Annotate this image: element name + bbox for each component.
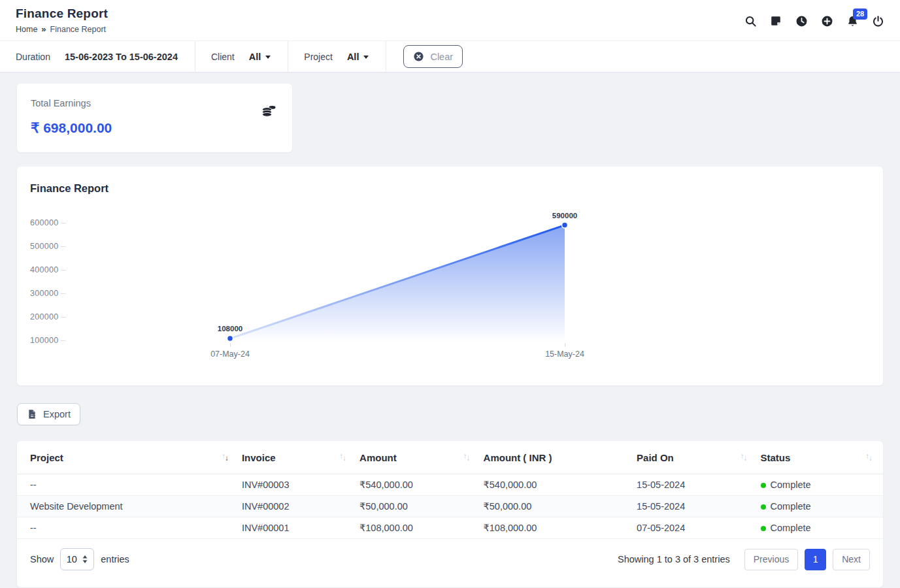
clear-filters-button[interactable]: Clear <box>403 45 463 68</box>
status-dot <box>761 504 766 510</box>
status-dot <box>761 526 766 531</box>
sort-icon[interactable]: ↑↓ <box>222 453 229 463</box>
finance-chart: 100000200000300000400000500000600000 108… <box>30 217 867 367</box>
total-earnings-label: Total Earnings <box>31 98 112 108</box>
notifications-bell-icon[interactable]: 28 <box>846 14 859 27</box>
client-filter: Client All <box>195 41 288 72</box>
cell-amount_inr: ₹50,000.00 <box>477 496 631 517</box>
point-value-label: 108000 <box>218 325 242 333</box>
cell-status: Complete <box>754 496 883 517</box>
select-arrows-icon <box>82 555 88 563</box>
entries-label: entries <box>101 554 129 564</box>
page-size-select[interactable]: 10 <box>60 548 94 570</box>
column-label: Amount ( INR ) <box>484 452 552 463</box>
cell-project: Website Development <box>17 496 235 517</box>
table-row: Website DevelopmentINV#00002₹50,000.00₹5… <box>17 496 883 517</box>
column-label: Project <box>30 452 63 463</box>
column-label: Invoice <box>242 452 276 463</box>
page-title: Finance Report <box>16 7 108 21</box>
status-dot <box>761 483 766 488</box>
client-dropdown[interactable]: All <box>249 52 271 62</box>
file-export-icon <box>27 409 37 419</box>
export-button-label: Export <box>43 409 71 419</box>
sort-icon[interactable]: ↑↓ <box>741 453 748 463</box>
y-axis-label: 300000 <box>30 289 58 298</box>
project-label: Project <box>304 52 333 62</box>
column-label: Amount <box>359 452 397 463</box>
table-footer: Show 10 entries Showing 1 to 3 of 3 entr… <box>17 539 883 581</box>
breadcrumb-separator-icon: » <box>41 24 46 34</box>
sort-icon[interactable]: ↑↓ <box>866 453 873 463</box>
cell-status: Complete <box>754 474 883 496</box>
y-axis-label: 500000 <box>30 242 58 251</box>
pagination: Showing 1 to 3 of 3 entries Previous 1 N… <box>618 549 870 570</box>
point-value-label: 590000 <box>552 212 577 220</box>
finance-report-chart-card: Finance Report 1000002000003000004000005… <box>17 167 883 385</box>
previous-page-button[interactable]: Previous <box>744 549 798 570</box>
add-icon[interactable] <box>820 14 833 27</box>
chart-point[interactable] <box>562 222 568 228</box>
sort-icon[interactable]: ↑↓ <box>340 453 347 463</box>
sort-icon[interactable]: ↑↓ <box>463 453 471 463</box>
main-content: Total Earnings ₹ 698,000.00 Finance Repo… <box>0 73 900 587</box>
clock-icon[interactable] <box>795 14 808 27</box>
cell-project: -- <box>17 517 235 539</box>
x-axis-tick <box>230 343 231 347</box>
client-dropdown-value: All <box>249 52 261 62</box>
total-earnings-value: ₹ 698,000.00 <box>31 120 112 136</box>
project-dropdown[interactable]: All <box>347 52 369 62</box>
duration-filter: Duration 15-06-2023 To 15-06-2024 <box>16 41 195 72</box>
chart-title: Finance Report <box>30 182 867 195</box>
chart-plot <box>63 217 732 348</box>
cell-amount: ₹50,000.00 <box>353 496 476 517</box>
showing-info: Showing 1 to 3 of 3 entries <box>618 554 730 564</box>
chart-point[interactable] <box>227 336 233 342</box>
cell-invoice: INV#00002 <box>235 496 353 517</box>
breadcrumb-current: Finance Report <box>50 25 106 34</box>
duration-value[interactable]: 15-06-2023 To 15-06-2024 <box>65 52 178 62</box>
duration-label: Duration <box>16 52 50 62</box>
status-text: Complete <box>771 501 811 512</box>
breadcrumb-home-link[interactable]: Home <box>16 25 37 34</box>
finance-table: Project↑↓Invoice↑↓Amount↑↓Amount ( INR )… <box>17 441 883 539</box>
column-header-paid-on[interactable]: Paid On↑↓ <box>630 441 754 474</box>
cell-paid_on: 15-05-2024 <box>630 496 754 517</box>
chevron-down-icon <box>265 56 271 59</box>
cell-invoice: INV#00001 <box>235 517 353 539</box>
column-header-project[interactable]: Project↑↓ <box>17 441 235 474</box>
chevron-down-icon <box>363 56 369 59</box>
page-size-value: 10 <box>67 554 77 564</box>
cell-amount_inr: ₹540,000.00 <box>477 474 631 496</box>
table-header-row: Project↑↓Invoice↑↓Amount↑↓Amount ( INR )… <box>17 441 883 474</box>
export-button[interactable]: Export <box>17 403 80 425</box>
notes-icon[interactable] <box>769 14 782 27</box>
column-header-status[interactable]: Status↑↓ <box>754 441 883 474</box>
x-axis-label: 15-May-24 <box>545 350 584 359</box>
page-size-control: Show 10 entries <box>30 548 129 570</box>
column-header-amount-inr: Amount ( INR ) <box>477 441 631 474</box>
project-dropdown-value: All <box>347 52 359 62</box>
power-icon[interactable] <box>871 14 884 27</box>
filter-bar: Duration 15-06-2023 To 15-06-2024 Client… <box>0 41 900 73</box>
x-axis-tick <box>565 343 565 347</box>
table-body: --INV#00003₹540,000.00₹540,000.0015-05-2… <box>17 474 883 539</box>
column-header-invoice[interactable]: Invoice↑↓ <box>235 441 353 474</box>
current-page-button[interactable]: 1 <box>805 549 826 570</box>
cell-paid_on: 07-05-2024 <box>630 517 754 539</box>
column-label: Status <box>761 452 791 463</box>
show-label: Show <box>30 554 54 564</box>
breadcrumb: Home » Finance Report <box>16 24 108 34</box>
y-axis-label: 400000 <box>30 265 58 274</box>
finance-table-card: Project↑↓Invoice↑↓Amount↑↓Amount ( INR )… <box>17 441 883 587</box>
cell-amount_inr: ₹108,000.00 <box>477 517 631 539</box>
notification-badge: 28 <box>853 8 867 20</box>
search-icon[interactable] <box>744 14 757 27</box>
table-row: --INV#00001₹108,000.00₹108,000.0007-05-2… <box>17 517 883 539</box>
next-page-button[interactable]: Next <box>833 549 870 570</box>
column-header-amount[interactable]: Amount↑↓ <box>353 441 476 474</box>
status-text: Complete <box>771 480 811 490</box>
clear-icon <box>413 51 424 62</box>
total-earnings-card: Total Earnings ₹ 698,000.00 <box>17 84 292 152</box>
cell-amount: ₹108,000.00 <box>353 517 476 539</box>
cell-invoice: INV#00003 <box>235 474 353 496</box>
